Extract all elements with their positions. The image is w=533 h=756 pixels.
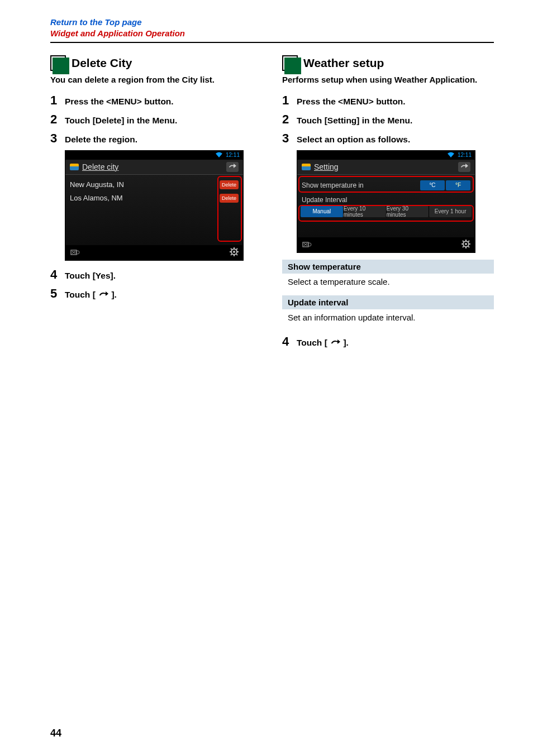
step-text: Delete the region. <box>65 135 137 145</box>
step-number: 5 <box>50 286 65 301</box>
step-text: Touch [ ]. <box>65 290 117 300</box>
section-title: Delete City <box>72 56 132 70</box>
step-2: 2 Touch [Setting] in the Menu. <box>282 112 494 127</box>
svg-line-19 <box>468 246 469 247</box>
interval-1hour[interactable]: Every 1 hour <box>429 206 472 217</box>
section-heading-delete-city: Delete City <box>50 55 262 71</box>
back-button[interactable] <box>226 162 239 172</box>
row-label: Show temperature in <box>302 181 364 189</box>
svg-line-18 <box>463 241 464 242</box>
fahrenheit-button[interactable]: °F <box>446 180 470 190</box>
section-heading-weather-setup: Weather setup <box>282 55 494 71</box>
screen-title: Delete city <box>82 162 118 171</box>
screen-footer <box>65 245 243 260</box>
back-arrow-icon <box>98 290 109 300</box>
svg-line-7 <box>231 248 232 250</box>
svg-line-10 <box>231 254 232 255</box>
section-intro: You can delete a region from the City li… <box>50 74 262 85</box>
step-number: 4 <box>50 267 65 282</box>
svg-line-9 <box>236 248 237 250</box>
step-number: 1 <box>282 93 297 108</box>
top-link-block: Return to the Top page Widget and Applic… <box>50 17 494 40</box>
desc-heading-show-temperature: Show temperature <box>282 260 494 274</box>
step-1: 1 Press the <MENU> button. <box>282 93 494 108</box>
wifi-icon <box>448 152 454 159</box>
close-icon[interactable] <box>302 240 312 250</box>
screenshot-delete-city: 12:11 Delete city New Augusta, IN Delete… <box>65 150 244 261</box>
delete-button[interactable]: Delete <box>220 194 239 203</box>
page-number: 44 <box>50 728 61 739</box>
gear-icon[interactable] <box>461 240 470 250</box>
city-row: New Augusta, IN Delete <box>69 178 240 192</box>
screenshot-setting: 12:11 Setting Show temperature in °C °F <box>297 150 475 253</box>
city-name: New Augusta, IN <box>70 180 124 189</box>
right-column: Weather setup Performs setup when using … <box>282 55 494 353</box>
step-number: 4 <box>282 334 297 349</box>
weather-app-icon <box>70 164 79 170</box>
screen-body: New Augusta, IN Delete Los Alamos, NM De… <box>65 175 243 245</box>
step-number: 3 <box>50 131 65 146</box>
header-divider <box>50 42 494 43</box>
weather-app-icon <box>302 164 311 170</box>
desc-body: Select a temperature scale. <box>282 274 494 289</box>
step-2: 2 Touch [Delete] in the Menu. <box>50 112 262 127</box>
return-top-link[interactable]: Return to the Top page <box>50 17 494 28</box>
back-arrow-icon <box>330 338 341 348</box>
section-marker-icon <box>282 55 298 71</box>
screen-footer <box>297 237 475 252</box>
step-number: 2 <box>50 112 65 127</box>
step-text: Press the <MENU> button. <box>65 97 174 107</box>
step-5: 5 Touch [ ]. <box>50 286 262 301</box>
interval-30min[interactable]: Every 30 minutes <box>387 206 430 217</box>
status-time: 12:11 <box>226 152 240 158</box>
step-3: 3 Select an option as follows. <box>282 131 494 146</box>
step-text: Touch [Setting] in the Menu. <box>297 116 412 126</box>
screen-body: Show temperature in °C °F Update Interva… <box>297 175 475 237</box>
step-text: Select an option as follows. <box>297 135 410 145</box>
svg-line-20 <box>468 241 469 242</box>
temperature-segment: °C °F <box>420 180 470 190</box>
left-column: Delete City You can delete a region from… <box>50 55 262 353</box>
delete-button[interactable]: Delete <box>220 180 239 189</box>
step-1: 1 Press the <MENU> button. <box>50 93 262 108</box>
step-text: Press the <MENU> button. <box>297 97 406 107</box>
step-number: 3 <box>282 131 297 146</box>
step-4: 4 Touch [Yes]. <box>50 267 262 282</box>
screen-title: Setting <box>314 162 339 171</box>
back-button[interactable] <box>458 162 470 172</box>
svg-line-21 <box>463 246 464 247</box>
section-title: Weather setup <box>303 56 384 70</box>
interval-segment: Manual Every 10 minutes Every 30 minutes… <box>301 206 472 217</box>
section-marker-icon <box>50 55 66 71</box>
interval-10min[interactable]: Every 10 minutes <box>344 206 387 217</box>
step-3: 3 Delete the region. <box>50 131 262 146</box>
temperature-row: Show temperature in °C °F <box>301 178 472 193</box>
step-text: Touch [ ]. <box>297 338 349 348</box>
svg-line-8 <box>236 254 237 255</box>
step-number: 1 <box>50 93 65 108</box>
status-bar: 12:11 <box>297 151 475 160</box>
update-interval-label: Update Interval <box>301 193 472 205</box>
status-time: 12:11 <box>458 152 472 158</box>
step-4: 4 Touch [ ]. <box>282 334 494 349</box>
gear-icon[interactable] <box>230 247 239 258</box>
screen-titlebar: Delete city <box>65 160 243 175</box>
screen-titlebar: Setting <box>297 160 475 175</box>
close-icon[interactable] <box>70 248 80 257</box>
step-text: Touch [Yes]. <box>65 271 116 281</box>
celsius-button[interactable]: °C <box>420 180 445 190</box>
desc-heading-update-interval: Update interval <box>282 295 494 309</box>
city-name: Los Alamos, NM <box>70 194 123 202</box>
svg-point-2 <box>233 251 235 253</box>
section-intro: Performs setup when using Weather Applic… <box>282 74 494 85</box>
svg-point-13 <box>465 243 467 245</box>
step-text: Touch [Delete] in the Menu. <box>65 116 177 126</box>
step-number: 2 <box>282 112 297 127</box>
desc-body: Set an information update interval. <box>282 309 494 324</box>
status-bar: 12:11 <box>65 151 243 160</box>
wifi-icon <box>216 152 222 159</box>
interval-manual[interactable]: Manual <box>301 206 344 217</box>
section-link[interactable]: Widget and Application Operation <box>50 28 494 39</box>
city-row: Los Alamos, NM Delete <box>69 192 240 205</box>
